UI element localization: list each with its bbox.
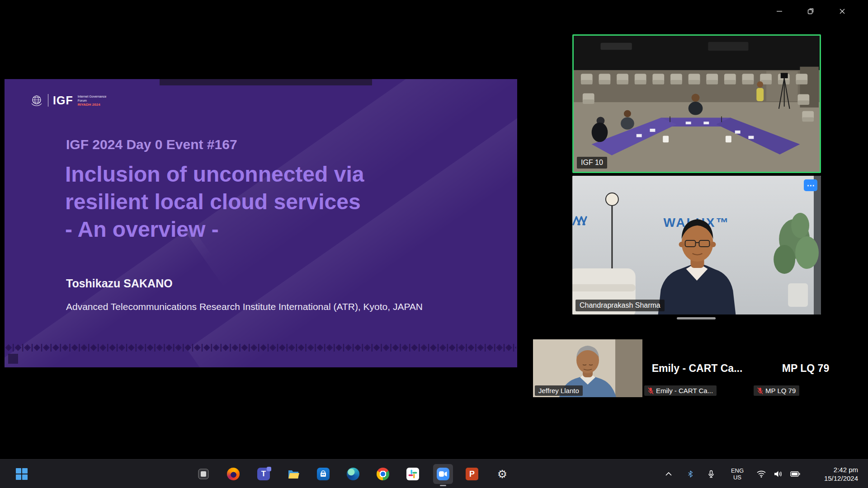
restore-button[interactable] — [800, 4, 821, 19]
powerpoint-glyph: P — [469, 469, 475, 479]
edge-button[interactable] — [343, 464, 363, 484]
slide-title-line2: resilient local cloud services — [65, 188, 364, 216]
tray-wifi-button[interactable] — [754, 464, 769, 484]
tile-strip-scroll-handle[interactable] — [677, 317, 716, 319]
slide-speaker-name: Toshikazu SAKANO — [66, 277, 173, 290]
firefox-icon — [227, 468, 240, 480]
microsoft-store-icon — [317, 468, 330, 480]
close-icon — [839, 8, 845, 14]
firefox-button[interactable] — [223, 464, 243, 484]
participant-name-chip: Jeffrey Llanto — [535, 385, 583, 396]
tray-bluetooth-button[interactable] — [684, 464, 697, 484]
logo-sub-riyadh: RIYADH 2024 — [78, 103, 107, 107]
microphone-icon — [707, 470, 715, 478]
chevron-up-icon — [665, 472, 672, 476]
muted-mic-icon — [648, 387, 654, 394]
battery-icon — [790, 471, 800, 477]
participant-name-chip: MP LQ 79 — [754, 385, 799, 396]
bluetooth-icon — [687, 470, 693, 478]
minimize-icon — [776, 8, 783, 14]
restore-icon — [807, 8, 814, 14]
tray-volume-button[interactable] — [770, 464, 786, 484]
file-explorer-button[interactable] — [283, 464, 303, 484]
slide-title: Inclusion of unconnected via resilient l… — [65, 160, 364, 243]
participant-name: Emily - CART Ca... — [656, 387, 713, 394]
slack-button[interactable] — [403, 464, 423, 484]
slide-top-dark-strip — [160, 79, 372, 85]
speaker-person — [572, 176, 821, 314]
tray-chevron-button[interactable] — [661, 464, 676, 484]
un-emblem-icon — [30, 94, 43, 107]
slack-icon — [406, 468, 419, 480]
video-tile-mplq79[interactable]: MP LQ 79 MP LQ 79 — [752, 339, 859, 397]
tile-more-options-button[interactable]: ⋯ — [804, 179, 817, 191]
powerpoint-button[interactable]: P — [462, 464, 482, 484]
participant-name: Jeffrey Llanto — [538, 387, 579, 394]
conference-room-video — [574, 36, 820, 172]
close-button[interactable] — [832, 4, 853, 19]
powerpoint-icon: P — [466, 468, 478, 480]
tray-clock[interactable]: 2:42 pm 15/12/2024 — [807, 464, 858, 484]
igf-logo: IGF Internet Governance Forum RIYADH 202… — [30, 94, 107, 107]
participant-name-chip: Emily - CART Ca... — [644, 385, 717, 396]
edge-icon — [347, 468, 359, 480]
windows-taskbar: Search T — [0, 459, 868, 488]
windows-logo-icon — [16, 468, 28, 480]
participant-name: Chandraprakash Sharma — [580, 301, 660, 310]
tray-microphone-button[interactable] — [703, 464, 719, 484]
zoom-running-indicator — [440, 485, 446, 486]
chrome-icon — [377, 468, 389, 480]
logo-sub-line1: Internet Governance — [78, 94, 107, 99]
zoom-button[interactable] — [433, 464, 453, 484]
igf-logo-subtext: Internet Governance Forum RIYADH 2024 — [78, 94, 107, 107]
teams-glyph: T — [261, 469, 266, 479]
settings-button[interactable]: ⚙ — [492, 464, 512, 484]
teams-button[interactable]: T — [254, 464, 274, 484]
microsoft-store-button[interactable] — [313, 464, 333, 484]
muted-mic-icon — [757, 387, 763, 394]
chrome-button[interactable] — [373, 464, 393, 484]
teams-icon: T — [257, 468, 270, 480]
video-tile-igf10[interactable]: IGF 10 — [572, 34, 821, 173]
video-tile-jeffrey[interactable]: Jeffrey Llanto — [533, 339, 642, 397]
zoom-icon — [437, 468, 449, 480]
logo-sub-line2: Forum — [78, 99, 107, 103]
file-explorer-icon — [287, 468, 300, 480]
slide-corner-box — [8, 354, 18, 364]
tray-battery-button[interactable] — [787, 464, 804, 484]
igf-acronym: IGF — [53, 94, 73, 107]
logo-divider — [48, 94, 48, 107]
settings-gear-icon: ⚙ — [497, 469, 507, 480]
clock-time: 2:42 pm — [834, 465, 858, 474]
speaker-icon — [774, 470, 783, 478]
minimize-button[interactable] — [769, 4, 790, 19]
clock-date: 15/12/2024 — [824, 474, 858, 483]
wifi-icon — [757, 470, 766, 478]
task-view-button[interactable] — [193, 464, 213, 484]
language-line2: US — [733, 474, 741, 481]
tray-language-indicator[interactable]: ENG US — [727, 464, 748, 484]
shared-presentation-slide: IGF Internet Governance Forum RIYADH 202… — [5, 79, 517, 367]
slide-title-line1: Inclusion of unconnected via — [65, 160, 364, 188]
zoom-meeting-window: IGF Internet Governance Forum RIYADH 202… — [0, 0, 868, 488]
participant-name: IGF 10 — [581, 159, 603, 167]
task-view-icon — [197, 468, 210, 480]
participant-name-chip: Chandraprakash Sharma — [576, 300, 665, 311]
participant-name: MP LQ 79 — [765, 387, 796, 394]
slide-title-line3: - An overview - — [65, 216, 364, 243]
participant-name-chip: IGF 10 — [577, 157, 607, 169]
slide-decor-pattern: ◈|◆|◈|◆|◈|◆|◈|◆|◈|◆|◈|◆|◈|◆|◈|◆|◈|◆|◈|◆|… — [5, 342, 516, 352]
slide-event-line: IGF 2024 Day 0 Event #167 — [66, 137, 237, 152]
video-tile-emily[interactable]: Emily - CART Ca... Emily - CART Ca... — [642, 339, 752, 397]
video-tile-chandraprakash[interactable]: WALUX™ ⋯ Chandraprakash Sharma — [572, 176, 821, 314]
slide-affiliation: Advanced Telecommunications Research Ins… — [66, 301, 423, 312]
start-button[interactable] — [12, 464, 32, 484]
language-line1: ENG — [731, 467, 744, 474]
